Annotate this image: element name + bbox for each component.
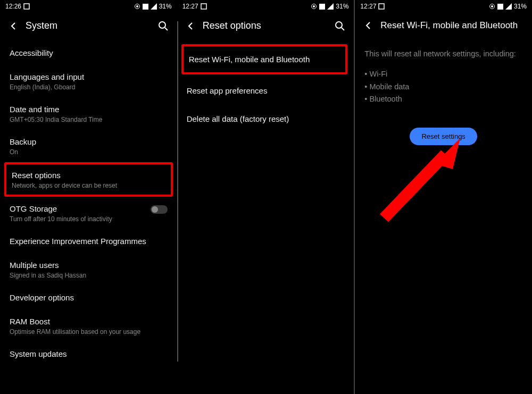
status-time: 12:27 — [360, 3, 376, 10]
item-accessibility[interactable]: Accessibility — [0, 41, 177, 65]
screenshot-icon — [23, 3, 30, 10]
search-icon[interactable] — [335, 21, 345, 31]
panel-system: 12:26 31% System Accessibi — [0, 0, 177, 394]
header: Reset options — [177, 13, 354, 41]
item-multiple-users[interactable]: Multiple users Signed in as Sadiq Hassan — [0, 253, 177, 286]
back-button[interactable] — [363, 21, 373, 30]
item-system-updates[interactable]: System updates — [0, 342, 177, 366]
item-developer-options[interactable]: Developer options — [0, 286, 177, 309]
status-bar: 12:27 31% — [355, 0, 532, 13]
panel-reset-wifi: 12:27 31% Reset Wi-Fi, mobile and Blueto… — [354, 0, 532, 394]
reset-description: This will reset all network settings, in… — [355, 40, 532, 67]
item-otg-storage[interactable]: OTG Storage Turn off after 10 minutes of… — [0, 197, 177, 229]
item-factory-reset[interactable]: Delete all data (factory reset) — [177, 105, 354, 133]
item-reset-wifi[interactable]: Reset Wi-Fi, mobile and Bluetooth — [181, 44, 348, 74]
status-bar: 12:27 31% — [177, 0, 354, 13]
item-date-time[interactable]: Date and time GMT+05:30 India Standard T… — [0, 97, 177, 130]
svg-line-5 — [165, 28, 168, 30]
svg-rect-12 — [379, 4, 384, 9]
header: System — [0, 13, 177, 41]
data-icon — [319, 4, 325, 10]
item-reset-options[interactable]: Reset options Network, apps or device ca… — [4, 162, 173, 197]
svg-point-13 — [491, 5, 493, 7]
data-icon — [143, 4, 148, 10]
svg-point-4 — [159, 22, 165, 28]
svg-rect-15 — [497, 4, 503, 10]
search-icon[interactable] — [158, 21, 169, 31]
screenshot-icon — [201, 3, 207, 10]
item-ram-boost[interactable]: RAM Boost Optimise RAM utilisation based… — [0, 309, 177, 342]
signal-icon — [327, 3, 334, 10]
status-time: 12:27 — [182, 3, 198, 10]
svg-rect-6 — [201, 4, 206, 9]
item-languages[interactable]: Languages and input English (India), Gbo… — [0, 65, 177, 97]
reset-bullets: Wi-Fi Mobile data Bluetooth — [355, 67, 532, 111]
screenshot-icon — [378, 3, 385, 10]
otg-toggle[interactable] — [151, 205, 168, 214]
reset-settings-button[interactable]: Reset settings — [410, 128, 477, 145]
back-button[interactable] — [186, 21, 195, 31]
bullet-wifi: Wi-Fi — [364, 68, 522, 80]
battery-text: 31% — [336, 3, 348, 10]
svg-line-11 — [342, 28, 344, 30]
panel-reset-options: 12:27 31% Reset options Re — [177, 0, 354, 394]
panel-divider — [177, 21, 178, 362]
reset-list: Reset Wi-Fi, mobile and Bluetooth Reset … — [177, 44, 354, 133]
settings-list: Accessibility Languages and input Englis… — [0, 41, 177, 366]
hotspot-icon — [311, 3, 317, 10]
svg-rect-0 — [24, 4, 29, 9]
svg-point-10 — [336, 22, 342, 28]
page-title: Reset Wi-Fi, mobile and Bluetooth — [380, 20, 523, 31]
svg-rect-3 — [143, 4, 148, 10]
data-icon — [497, 4, 503, 10]
hotspot-icon — [134, 3, 140, 10]
bullet-bluetooth: Bluetooth — [364, 93, 522, 105]
item-backup[interactable]: Backup On — [0, 130, 177, 162]
status-bar: 12:26 31% — [0, 0, 177, 13]
battery-text: 31% — [159, 3, 172, 10]
signal-icon — [151, 3, 157, 10]
page-title: System — [26, 20, 151, 31]
item-experience[interactable]: Experience Improvement Programmes — [0, 229, 177, 253]
battery-text: 31% — [514, 3, 527, 10]
back-button[interactable] — [9, 21, 18, 31]
page-title: Reset options — [203, 20, 328, 31]
hotspot-icon — [489, 3, 495, 10]
svg-point-7 — [313, 5, 315, 7]
item-reset-app-prefs[interactable]: Reset app preferences — [177, 77, 354, 105]
svg-rect-9 — [319, 4, 325, 10]
annotation-arrow — [371, 138, 467, 223]
signal-icon — [505, 3, 512, 10]
header: Reset Wi-Fi, mobile and Bluetooth — [355, 13, 532, 40]
svg-point-1 — [136, 5, 138, 7]
bullet-mobile: Mobile data — [364, 81, 522, 93]
status-time: 12:26 — [5, 3, 21, 10]
